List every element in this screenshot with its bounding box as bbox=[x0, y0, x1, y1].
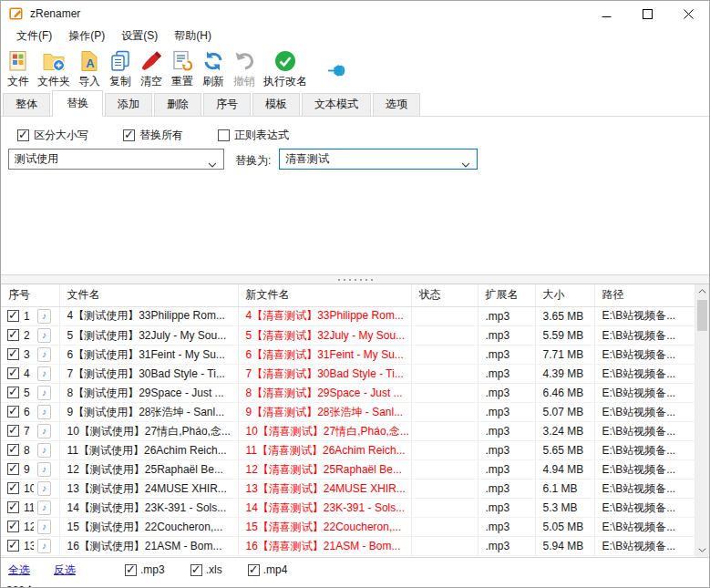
tab-number[interactable]: 序号 bbox=[203, 93, 251, 116]
add-files-button[interactable]: 文件 bbox=[3, 49, 34, 89]
vertical-scrollbar[interactable] bbox=[695, 284, 709, 557]
checkbox-icon[interactable] bbox=[17, 129, 29, 141]
header-seq[interactable]: 序号 bbox=[1, 284, 34, 306]
ext-cell: .mp3 bbox=[478, 518, 535, 537]
status-cell bbox=[411, 537, 478, 556]
row-number: 2 bbox=[24, 329, 30, 342]
replace-combobox[interactable]: 清喜测试 bbox=[279, 149, 478, 170]
table-row[interactable]: 11 ♪ 14【测试使用】23K-391 - Sols... 14【清喜测试】2… bbox=[1, 499, 695, 518]
regex-checkbox[interactable]: 正则表达式 bbox=[218, 128, 289, 143]
table-row[interactable]: 10 ♪ 13【测试使用】24MUSE XHIR... 13【清喜测试】24MU… bbox=[1, 480, 695, 499]
row-checkbox[interactable] bbox=[7, 501, 19, 513]
header-filename[interactable]: 文件名 bbox=[59, 284, 238, 306]
replace-all-checkbox[interactable]: 替换所有 bbox=[123, 128, 183, 143]
reset-button[interactable]: 重置 bbox=[167, 49, 198, 89]
table-row[interactable]: 9 ♪ 12【测试使用】25Raphaël Be... 12【清喜测试】25Ra… bbox=[1, 460, 695, 480]
splitter-handle[interactable] bbox=[1, 274, 709, 284]
row-checkbox[interactable] bbox=[7, 406, 19, 418]
filter-xls-checkbox[interactable]: .xls bbox=[190, 563, 222, 576]
checkbox-icon[interactable] bbox=[123, 129, 135, 141]
pin-toggle[interactable] bbox=[327, 64, 349, 80]
header-status[interactable]: 状态 bbox=[411, 284, 478, 306]
checkbox-icon[interactable] bbox=[190, 564, 202, 576]
row-checkbox[interactable] bbox=[7, 463, 19, 475]
row-number: 10 bbox=[24, 482, 34, 495]
music-note-icon: ♪ bbox=[37, 328, 51, 343]
menu-operate[interactable]: 操作(P) bbox=[60, 26, 113, 46]
path-cell: E:\B站视频备... bbox=[594, 499, 695, 518]
checkbox-icon[interactable] bbox=[218, 129, 230, 141]
select-all-link[interactable]: 全选 bbox=[8, 562, 30, 578]
tab-template[interactable]: 模板 bbox=[252, 93, 300, 116]
ext-cell: .mp3 bbox=[478, 441, 535, 460]
app-window: zRenamer 文件(F) 操作(P) 设置(S) 帮助(H) 文件 文件夹 … bbox=[0, 0, 710, 588]
close-button[interactable] bbox=[668, 1, 709, 26]
table-row[interactable]: 4 ♪ 7【测试使用】30Bad Style - Ti... 7【清喜测试】30… bbox=[1, 365, 695, 384]
table-row[interactable]: 8 ♪ 11【测试使用】26Achim Reich... 11【清喜测试】26A… bbox=[1, 441, 695, 460]
menu-file[interactable]: 文件(F) bbox=[8, 26, 60, 46]
row-checkbox[interactable] bbox=[7, 425, 19, 437]
header-size[interactable]: 大小 bbox=[535, 284, 594, 306]
new-filename-cell: 13【清喜测试】24MUSE XHIR... bbox=[238, 480, 411, 499]
menu-settings[interactable]: 设置(S) bbox=[113, 26, 166, 46]
table-row[interactable]: 6 ♪ 9【测试使用】28张浩坤 - Sanl... 9【清喜测试】28张浩坤 … bbox=[1, 403, 695, 422]
table-row[interactable]: 5 ♪ 8【测试使用】29Space - Just ... 8【清喜测试】29S… bbox=[1, 384, 695, 403]
table-row[interactable]: 12 ♪ 15【测试使用】22Coucheron,... 15【清喜测试】22C… bbox=[1, 518, 695, 537]
scroll-up-icon[interactable] bbox=[695, 284, 709, 298]
header-icon[interactable] bbox=[34, 284, 59, 306]
checkbox-icon[interactable] bbox=[125, 564, 137, 576]
table-row[interactable]: 3 ♪ 6【测试使用】31Feint - My Su... 6【清喜测试】31F… bbox=[1, 346, 695, 365]
case-sensitive-checkbox[interactable]: 区分大小写 bbox=[17, 128, 88, 143]
header-newname[interactable]: 新文件名 bbox=[238, 284, 411, 306]
table-row[interactable]: 7 ♪ 10【测试使用】27情白,Pháo,念... 10【清喜测试】27情白,… bbox=[1, 422, 695, 441]
copy-button[interactable]: 复制 bbox=[105, 49, 136, 89]
scroll-down-icon[interactable] bbox=[695, 543, 709, 557]
row-checkbox[interactable] bbox=[7, 521, 19, 532]
table-row[interactable]: 1 ♪ 4【测试使用】33Philippe Rom... 4【清喜测试】33Ph… bbox=[1, 306, 695, 326]
chevron-down-icon[interactable] bbox=[208, 158, 217, 170]
row-checkbox[interactable] bbox=[7, 348, 19, 360]
pushpin-icon bbox=[327, 67, 349, 80]
chevron-down-icon[interactable] bbox=[461, 158, 470, 170]
find-combobox[interactable]: 测试使用 bbox=[8, 149, 224, 170]
table-row[interactable]: 13 ♪ 16【测试使用】21ASM - Bom... 16【清喜测试】21AS… bbox=[1, 537, 695, 556]
scrollbar-thumb[interactable] bbox=[697, 300, 707, 331]
row-checkbox[interactable] bbox=[7, 310, 19, 322]
tab-delete[interactable]: 删除 bbox=[154, 93, 201, 116]
add-folder-button[interactable]: 文件夹 bbox=[34, 49, 74, 89]
undo-button[interactable]: 撤销 bbox=[229, 49, 260, 89]
tab-replace[interactable]: 替换 bbox=[52, 90, 103, 117]
tab-add[interactable]: 添加 bbox=[105, 93, 152, 116]
refresh-button[interactable]: 刷新 bbox=[198, 49, 229, 89]
maximize-button[interactable] bbox=[627, 1, 668, 26]
header-ext[interactable]: 扩展名 bbox=[478, 284, 535, 306]
filter-mp4-checkbox[interactable]: .mp4 bbox=[248, 563, 288, 576]
status-cell bbox=[411, 306, 478, 326]
replace-value: 清喜测试 bbox=[285, 151, 329, 167]
row-checkbox[interactable] bbox=[7, 444, 19, 456]
ext-cell: .mp3 bbox=[478, 480, 535, 499]
row-checkbox[interactable] bbox=[7, 540, 19, 552]
status-cell bbox=[411, 518, 478, 537]
size-cell: 5.05 MB bbox=[535, 518, 594, 537]
header-path[interactable]: 路径 bbox=[594, 284, 695, 306]
tab-overall[interactable]: 整体 bbox=[3, 93, 50, 116]
row-checkbox[interactable] bbox=[7, 367, 19, 379]
minimize-button[interactable] bbox=[586, 1, 627, 26]
clear-button[interactable]: 清空 bbox=[136, 49, 167, 89]
music-note-icon: ♪ bbox=[37, 462, 51, 477]
row-checkbox[interactable] bbox=[7, 329, 19, 341]
tab-text-mode[interactable]: 文本模式 bbox=[302, 93, 371, 116]
menu-help[interactable]: 帮助(H) bbox=[166, 26, 220, 46]
import-button[interactable]: A 导入 bbox=[74, 49, 105, 89]
row-checkbox[interactable] bbox=[7, 482, 19, 494]
row-checkbox[interactable] bbox=[7, 387, 19, 398]
red-brush-icon bbox=[139, 49, 163, 73]
invert-select-link[interactable]: 反选 bbox=[54, 562, 76, 578]
tab-options[interactable]: 选项 bbox=[373, 93, 420, 116]
table-row[interactable]: 2 ♪ 5【测试使用】32July - My Sou... 5【清喜测试】32J… bbox=[1, 326, 695, 346]
filter-mp3-checkbox[interactable]: .mp3 bbox=[125, 563, 165, 576]
checkbox-icon[interactable] bbox=[248, 564, 260, 576]
execute-rename-button[interactable]: 执行改名 bbox=[260, 49, 311, 89]
music-note-icon: ♪ bbox=[37, 405, 51, 419]
